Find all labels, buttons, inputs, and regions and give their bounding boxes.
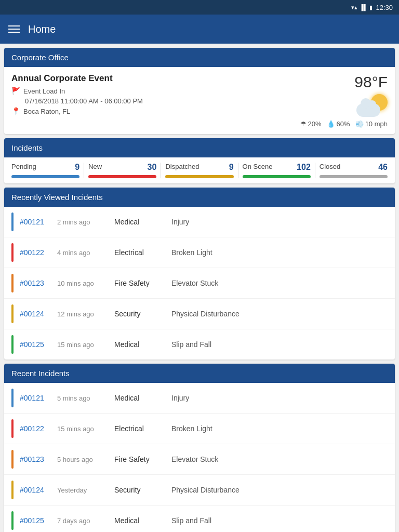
incident-type: Electrical [114, 424, 171, 433]
event-datetime-item: 07/16/2018 11:00:00 AM - 06:00:00 PM [11, 97, 143, 105]
incident-list-item[interactable]: #00123 10 mins ago Fire Safety Elevator … [4, 268, 395, 299]
incident-stat-new[interactable]: New 30 [85, 163, 159, 178]
incidents-card: Incidents Pending 9 New 30 Dispatched 9 … [4, 138, 395, 183]
stat-label: On Scene [243, 163, 273, 172]
recently-viewed-header: Recently Viewed Incidents [4, 188, 395, 207]
incident-id: #00125 [20, 340, 57, 349]
stat-count: 102 [297, 163, 311, 172]
incident-stat-closed[interactable]: Closed 46 [316, 163, 391, 178]
stat-count: 9 [229, 163, 234, 172]
stat-count: 46 [378, 163, 388, 172]
event-info: Annual Corporate Event 🚩 Event Load In 0… [11, 73, 143, 115]
incident-list-item[interactable]: #00123 5 hours ago Fire Safety Elevator … [4, 444, 395, 475]
status-bar: ▾▴ ▐▌ ▮ 12:30 [0, 0, 399, 15]
incident-id: #00125 [20, 516, 57, 525]
event-card-header: Corporate Office [4, 48, 395, 67]
event-location: Boca Raton, FL [23, 108, 70, 115]
incident-type: Fire Safety [114, 279, 171, 287]
incident-list-item[interactable]: #00125 7 days ago Medical Slip and Fall [4, 506, 395, 532]
wind-value: 10 mph [365, 120, 388, 128]
battery-icon: ▮ [369, 4, 373, 11]
incident-list-item[interactable]: #00121 5 mins ago Medical Injury [4, 383, 395, 414]
event-datetime: 07/16/2018 11:00:00 AM - 06:00:00 PM [25, 97, 143, 105]
weather-icon [356, 94, 388, 117]
incident-list-item[interactable]: #00122 4 mins ago Electrical Broken Ligh… [4, 237, 395, 268]
status-stripe [11, 419, 14, 438]
event-title: Annual Corporate Event [11, 73, 143, 84]
event-meta: 🚩 Event Load In 07/16/2018 11:00:00 AM -… [11, 87, 143, 115]
cloud-icon [356, 103, 380, 117]
incident-time: 5 hours ago [57, 456, 114, 463]
status-stripe [11, 304, 14, 323]
incident-list-item[interactable]: #00124 12 mins ago Security Physical Dis… [4, 299, 395, 329]
incident-time: 2 mins ago [57, 218, 114, 226]
incident-id: #00123 [20, 279, 57, 287]
stat-bar [243, 175, 311, 178]
incident-time: 5 mins ago [57, 394, 114, 402]
rain-stat: ☂ 20% [300, 120, 322, 128]
stat-label: Pending [11, 163, 36, 172]
incident-id: #00124 [20, 310, 57, 318]
status-stripe [11, 450, 14, 469]
incidents-header: Incidents [4, 138, 395, 157]
rain-value: 20% [308, 120, 322, 128]
event-load-item: 🚩 Event Load In [11, 87, 143, 95]
recently-viewed-card: Recently Viewed Incidents #00121 2 mins … [4, 188, 395, 360]
incident-stat-pending[interactable]: Pending 9 [8, 163, 83, 178]
event-location-item: 📍 Boca Raton, FL [11, 107, 143, 115]
incident-time: 10 mins ago [57, 280, 114, 287]
incident-type: Medical [114, 340, 171, 349]
incident-type: Fire Safety [114, 455, 171, 463]
incidents-summary: Pending 9 New 30 Dispatched 9 On Scene 1… [4, 157, 395, 183]
stat-label: New [88, 163, 102, 172]
incident-id: #00124 [20, 486, 57, 494]
temperature: 98°F [354, 73, 388, 91]
status-stripe [11, 274, 14, 292]
menu-button[interactable] [8, 25, 20, 33]
incident-desc: Physical Disturbance [171, 310, 388, 318]
incident-list-item[interactable]: #00122 15 mins ago Electrical Broken Lig… [4, 414, 395, 444]
flag-icon: 🚩 [11, 87, 20, 95]
recent-incidents-list: #00121 5 mins ago Medical Injury #00122 … [4, 383, 395, 532]
recent-incidents-card: Recent Incidents #00121 5 mins ago Medic… [4, 364, 395, 532]
incident-time: Yesterday [57, 486, 114, 494]
incident-desc: Broken Light [171, 424, 388, 433]
incident-time: 15 mins ago [57, 425, 114, 433]
incident-desc: Injury [171, 218, 388, 226]
status-stripe [11, 212, 14, 231]
incident-time: 4 mins ago [57, 249, 114, 257]
stat-count: 9 [75, 163, 79, 172]
event-load-label: Event Load In [23, 87, 65, 95]
weather-box: 98°F ☂ 20% 💧 60% [300, 73, 388, 128]
incident-type: Electrical [114, 248, 171, 257]
incident-type: Medical [114, 218, 171, 226]
event-card: Corporate Office Annual Corporate Event … [4, 48, 395, 134]
status-icons: ▾▴ ▐▌ ▮ [351, 4, 373, 11]
location-icon: 📍 [11, 107, 20, 115]
incident-stat-dispatched[interactable]: Dispatched 9 [162, 163, 236, 178]
incident-time: 7 days ago [57, 517, 114, 525]
humidity-value: 60% [337, 120, 350, 128]
incident-desc: Slip and Fall [171, 516, 388, 525]
status-stripe [11, 511, 14, 530]
incident-id: #00123 [20, 455, 57, 463]
main-content: Corporate Office Annual Corporate Event … [0, 44, 399, 532]
incident-list-item[interactable]: #00121 2 mins ago Medical Injury [4, 207, 395, 237]
status-stripe [11, 389, 14, 407]
recently-viewed-list: #00121 2 mins ago Medical Injury #00122 … [4, 207, 395, 360]
status-time: 12:30 [376, 4, 393, 11]
droplet-icon: 💧 [327, 120, 335, 128]
wifi-icon: ▾▴ [351, 4, 357, 11]
incident-stat-on-scene[interactable]: On Scene 102 [240, 163, 314, 178]
incident-desc: Elevator Stuck [171, 279, 388, 287]
event-row: Annual Corporate Event 🚩 Event Load In 0… [11, 73, 388, 128]
event-card-body: Annual Corporate Event 🚩 Event Load In 0… [4, 67, 395, 134]
stat-bar [88, 175, 156, 178]
status-stripe [11, 335, 14, 354]
incident-list-item[interactable]: #00125 15 mins ago Medical Slip and Fall [4, 329, 395, 360]
recent-incidents-header: Recent Incidents [4, 364, 395, 383]
incident-list-item[interactable]: #00124 Yesterday Security Physical Distu… [4, 475, 395, 506]
incident-type: Medical [114, 516, 171, 525]
status-stripe [11, 481, 14, 499]
top-nav: Home [0, 15, 399, 44]
